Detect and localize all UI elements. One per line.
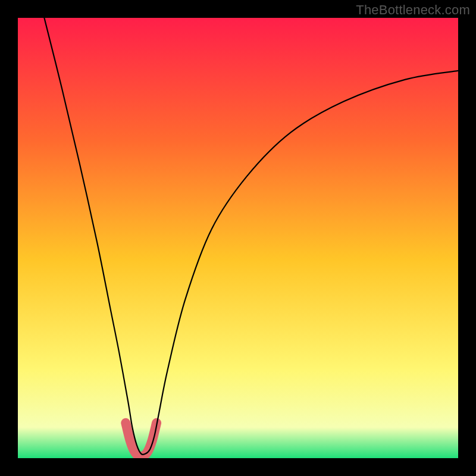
chart-canvas (18, 18, 458, 458)
chart-svg (18, 18, 458, 458)
watermark-label: TheBottleneck.com (356, 2, 470, 18)
outer-frame: TheBottleneck.com (0, 0, 476, 476)
